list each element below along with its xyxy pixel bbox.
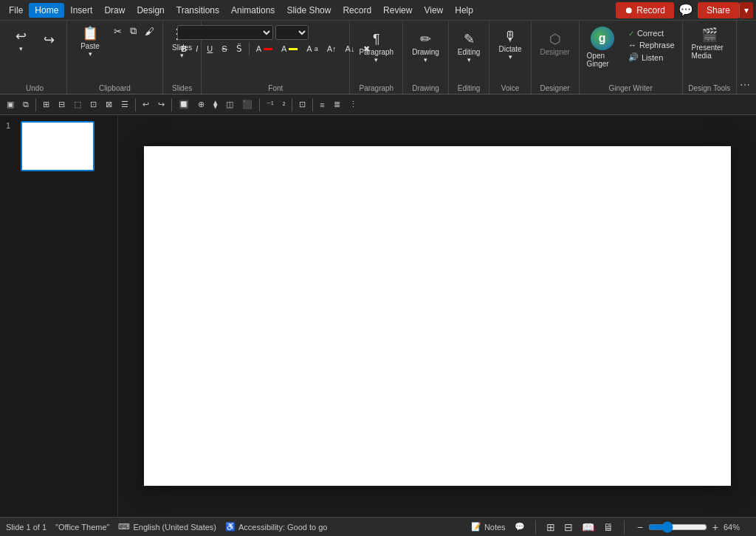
dictate-button[interactable]: 🎙 Dictate ▾	[494, 27, 526, 63]
fmt-btn-13[interactable]: ◫	[222, 98, 237, 111]
drawing-button[interactable]: ✏ Drawing ▾	[408, 30, 444, 66]
fmt-btn-12[interactable]: ⧫	[210, 98, 221, 111]
copy-icon: ⧉	[130, 25, 137, 37]
accessibility-info[interactable]: ♿ Accessibility: Good to go	[225, 522, 327, 532]
menu-view[interactable]: View	[418, 3, 449, 18]
correct-label: Correct	[637, 29, 664, 38]
fmt-btn-4[interactable]: ⬚	[70, 98, 85, 111]
menu-design[interactable]: Design	[131, 3, 170, 18]
strikethrough-icon: S	[221, 44, 227, 53]
zoom-in-button[interactable]: +	[710, 521, 721, 533]
rephrase-button[interactable]: ↔ Rephrase	[625, 40, 678, 50]
slide-canvas[interactable]	[144, 146, 731, 486]
fmt-btn-15[interactable]: ⁻¹	[263, 98, 278, 111]
ribbon-expand-button[interactable]: ⋯	[737, 21, 753, 94]
italic-button[interactable]: I	[192, 43, 202, 55]
slides-group-label: Slides	[172, 83, 192, 92]
font-size-dropdown[interactable]	[275, 25, 309, 40]
listen-button[interactable]: 🔊 Listen	[625, 52, 678, 63]
zoom-out-button[interactable]: −	[635, 521, 645, 533]
undo-button[interactable]: ↩ ▾	[7, 27, 34, 55]
fmt-btn-0[interactable]: ▣	[3, 98, 18, 111]
presenter-view-button[interactable]: 🖥	[603, 521, 614, 533]
fmt-btn-2[interactable]: ⊞	[39, 98, 53, 111]
ginger-group-label: Ginger Writer	[608, 83, 652, 92]
fmt-btn-6[interactable]: ⊠	[102, 98, 116, 111]
underline-button[interactable]: U	[203, 43, 216, 55]
comments-status-button[interactable]: 💬	[515, 522, 525, 532]
cut-button[interactable]: ✂	[110, 24, 126, 38]
font-name-dropdown[interactable]	[177, 25, 273, 40]
notes-icon: 📝	[471, 522, 481, 532]
text-highlight-button[interactable]: A	[278, 43, 301, 55]
fmt-btn-7[interactable]: ☰	[117, 98, 132, 111]
text-shadow-button[interactable]: S̈	[233, 42, 246, 55]
menu-transitions[interactable]: Transitions	[171, 3, 225, 18]
menu-draw[interactable]: Draw	[98, 3, 131, 18]
designer-button[interactable]: ⬡ Designer	[536, 30, 574, 58]
normal-view-button[interactable]: ⊞	[546, 521, 555, 533]
comments-icon[interactable]: 💬	[678, 3, 693, 17]
fmt-btn-20[interactable]: ⋮	[346, 98, 361, 111]
zoom-slider[interactable]	[648, 521, 707, 533]
fmt-btn-1[interactable]: ⧉	[19, 98, 32, 111]
fmt-btn-10[interactable]: 🔲	[175, 98, 193, 111]
redo-button[interactable]: ↪	[35, 30, 62, 51]
paragraph-button[interactable]: ¶ Paragraph ▾	[354, 30, 398, 66]
slide-thumbnail-1[interactable]	[21, 121, 94, 171]
fmt-btn-3[interactable]: ⊟	[55, 98, 69, 111]
share-button[interactable]: Share	[698, 2, 739, 18]
expand-icon: ⋯	[740, 79, 750, 91]
font-color-button[interactable]: A	[252, 43, 276, 55]
char-spacing-button[interactable]: Aa	[303, 43, 321, 55]
slide-info: Slide 1 of 1	[6, 523, 47, 532]
slide-number-label: 1	[6, 121, 16, 130]
fmt-btn-5[interactable]: ⊡	[86, 98, 100, 111]
slide-sorter-button[interactable]: ⊟	[564, 521, 573, 533]
fmt-btn-16[interactable]: ²	[279, 99, 289, 111]
bold-button[interactable]: B	[177, 43, 190, 55]
menu-slide-show[interactable]: Slide Show	[281, 3, 337, 18]
strikethrough-button[interactable]: S	[218, 43, 230, 55]
share-dropdown-button[interactable]: ▾	[739, 2, 753, 18]
fmt-btn-18[interactable]: ≡	[316, 99, 328, 111]
format-painter-button[interactable]: 🖌	[141, 24, 158, 38]
open-ginger-button[interactable]: g Open Ginger	[584, 25, 621, 69]
menu-home[interactable]: Home	[29, 3, 64, 18]
increase-font-button[interactable]: A↑	[323, 43, 340, 55]
menu-help[interactable]: Help	[449, 3, 479, 18]
main-area: 1	[0, 115, 756, 517]
fmt-btn-11[interactable]: ⊕	[194, 98, 208, 111]
menu-record[interactable]: Record	[337, 3, 377, 18]
ribbon-group-paragraph: ¶ Paragraph ▾ Paragraph	[350, 21, 403, 94]
fmt-btn-8[interactable]: ↩	[139, 98, 153, 111]
fmt-btn-19[interactable]: ≣	[330, 98, 344, 111]
accessibility-text: Accessibility: Good to go	[238, 523, 327, 532]
menu-file[interactable]: File	[3, 3, 29, 18]
designer-icon: ⬡	[549, 32, 561, 48]
fmt-btn-17[interactable]: ⊡	[295, 98, 309, 111]
drawing-group-label: Drawing	[412, 83, 439, 92]
correct-button[interactable]: ✓ Correct	[625, 28, 678, 38]
canvas-area[interactable]	[118, 115, 756, 517]
record-button[interactable]: ⏺ Record	[616, 2, 674, 18]
menu-insert[interactable]: Insert	[64, 3, 98, 18]
redo-icon: ↪	[44, 32, 55, 49]
design-tools-group-label: Design Tools	[688, 83, 730, 92]
rephrase-label: Rephrase	[639, 41, 675, 49]
paste-button[interactable]: 📋 Paste ▾	[72, 24, 109, 60]
copy-button[interactable]: ⧉	[126, 24, 140, 38]
status-sep-0	[535, 520, 536, 534]
fmt-btn-14[interactable]: ⬛	[238, 98, 256, 111]
editing-icon: ✎	[464, 32, 475, 48]
presenter-media-button[interactable]: 🎬 Presenter Media	[687, 25, 732, 62]
zoom-level[interactable]: 64%	[724, 523, 750, 532]
ribbon-group-font: B I U S S̈ A A Aa A↑ A↓ ✖ Font	[202, 21, 350, 94]
reading-view-button[interactable]: 📖	[582, 521, 594, 533]
fmt-btn-9[interactable]: ↪	[154, 98, 168, 111]
menu-review[interactable]: Review	[377, 3, 418, 18]
menu-animations[interactable]: Animations	[225, 3, 281, 18]
comments-status-icon: 💬	[515, 522, 525, 532]
editing-button[interactable]: ✎ Editing ▾	[453, 30, 485, 66]
notes-button[interactable]: 📝 Notes	[471, 522, 506, 532]
